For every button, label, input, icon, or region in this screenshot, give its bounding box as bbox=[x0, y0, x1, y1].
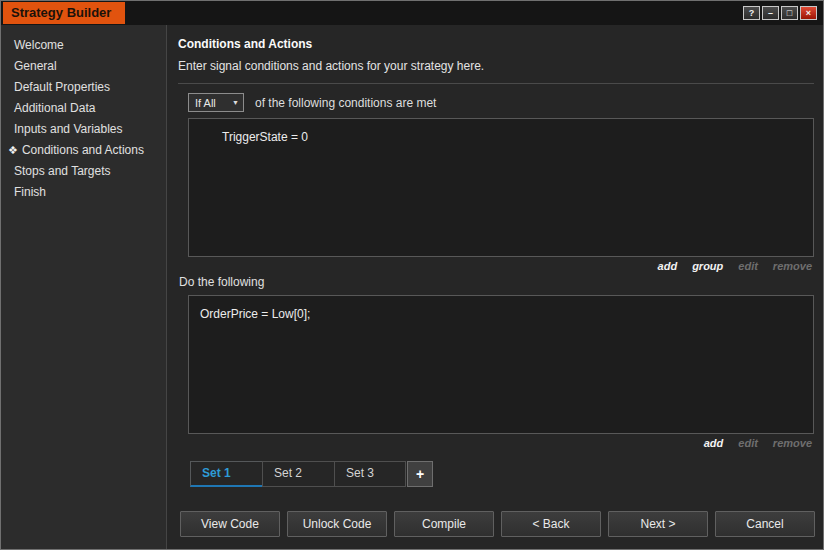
tab-set-3[interactable]: Set 3 bbox=[334, 461, 406, 487]
actions-list-box[interactable]: OrderPrice = Low[0]; bbox=[188, 295, 814, 434]
view-code-button[interactable]: View Code bbox=[180, 511, 280, 537]
set-tabs: Set 1 Set 2 Set 3 + bbox=[190, 461, 814, 487]
conditions-actions-links: add group edit remove bbox=[178, 260, 812, 272]
page-title: Conditions and Actions bbox=[178, 37, 814, 51]
actions-links: add edit remove bbox=[178, 437, 812, 449]
close-button[interactable]: × bbox=[800, 6, 817, 20]
add-action-link[interactable]: add bbox=[704, 437, 724, 449]
wizard-step-sidebar: Welcome General Default Properties Addit… bbox=[1, 25, 167, 549]
action-item[interactable]: OrderPrice = Low[0]; bbox=[200, 307, 813, 321]
sidebar-item-general[interactable]: General bbox=[1, 56, 166, 76]
remove-action-link: remove bbox=[773, 437, 812, 449]
footer-button-bar: View Code Unlock Code Compile < Back Nex… bbox=[180, 511, 815, 537]
sidebar-item-label: Stops and Targets bbox=[14, 164, 111, 178]
edit-action-link: edit bbox=[738, 437, 758, 449]
condition-mode-row: If All ▼ of the following conditions are… bbox=[188, 93, 814, 112]
sidebar-item-default-properties[interactable]: Default Properties bbox=[1, 77, 166, 97]
window-controls: ? – □ × bbox=[743, 6, 817, 20]
help-button[interactable]: ? bbox=[743, 6, 760, 20]
cancel-button[interactable]: Cancel bbox=[715, 511, 815, 537]
sidebar-item-inputs-and-variables[interactable]: Inputs and Variables bbox=[1, 119, 166, 139]
sidebar-item-label: Welcome bbox=[14, 38, 64, 52]
title-bar: Strategy Builder ? – □ × bbox=[1, 1, 823, 25]
sidebar-item-stops-and-targets[interactable]: Stops and Targets bbox=[1, 161, 166, 181]
strategy-builder-window: Strategy Builder ? – □ × Welcome General… bbox=[0, 0, 824, 550]
condition-mode-suffix: of the following conditions are met bbox=[255, 96, 436, 110]
window-title: Strategy Builder bbox=[3, 2, 125, 24]
actions-section-label: Do the following bbox=[179, 275, 814, 289]
header-divider bbox=[178, 83, 814, 84]
chevron-down-icon: ▼ bbox=[232, 99, 239, 106]
sidebar-item-label: Finish bbox=[14, 185, 46, 199]
add-condition-link[interactable]: add bbox=[658, 260, 678, 272]
conditions-list-box[interactable]: TriggerState = 0 bbox=[188, 118, 814, 257]
sidebar-item-welcome[interactable]: Welcome bbox=[1, 35, 166, 55]
sidebar-item-label: Default Properties bbox=[14, 80, 110, 94]
edit-condition-link: edit bbox=[738, 260, 758, 272]
add-set-button[interactable]: + bbox=[407, 461, 433, 487]
sidebar-item-label: Additional Data bbox=[14, 101, 95, 115]
sidebar-item-label: Conditions and Actions bbox=[22, 143, 144, 157]
next-button[interactable]: Next > bbox=[608, 511, 708, 537]
sidebar-item-label: General bbox=[14, 59, 57, 73]
tab-set-2[interactable]: Set 2 bbox=[262, 461, 334, 487]
unlock-code-button[interactable]: Unlock Code bbox=[287, 511, 387, 537]
tab-set-1[interactable]: Set 1 bbox=[190, 461, 262, 487]
remove-condition-link: remove bbox=[773, 260, 812, 272]
conditions-and-actions-panel: Conditions and Actions Enter signal cond… bbox=[168, 25, 823, 549]
condition-mode-dropdown[interactable]: If All ▼ bbox=[188, 93, 244, 112]
sidebar-item-additional-data[interactable]: Additional Data bbox=[1, 98, 166, 118]
active-step-diamond-icon: ❖ bbox=[8, 144, 18, 156]
sidebar-item-finish[interactable]: Finish bbox=[1, 182, 166, 202]
back-button[interactable]: < Back bbox=[501, 511, 601, 537]
sidebar-item-conditions-and-actions[interactable]: ❖Conditions and Actions bbox=[1, 140, 166, 160]
page-subtitle: Enter signal conditions and actions for … bbox=[178, 59, 814, 73]
group-condition-link[interactable]: group bbox=[692, 260, 723, 272]
sidebar-item-label: Inputs and Variables bbox=[14, 122, 123, 136]
minimize-button[interactable]: – bbox=[762, 6, 779, 20]
compile-button[interactable]: Compile bbox=[394, 511, 494, 537]
maximize-button[interactable]: □ bbox=[781, 6, 798, 20]
condition-item[interactable]: TriggerState = 0 bbox=[222, 130, 813, 144]
condition-mode-value: If All bbox=[195, 97, 216, 109]
